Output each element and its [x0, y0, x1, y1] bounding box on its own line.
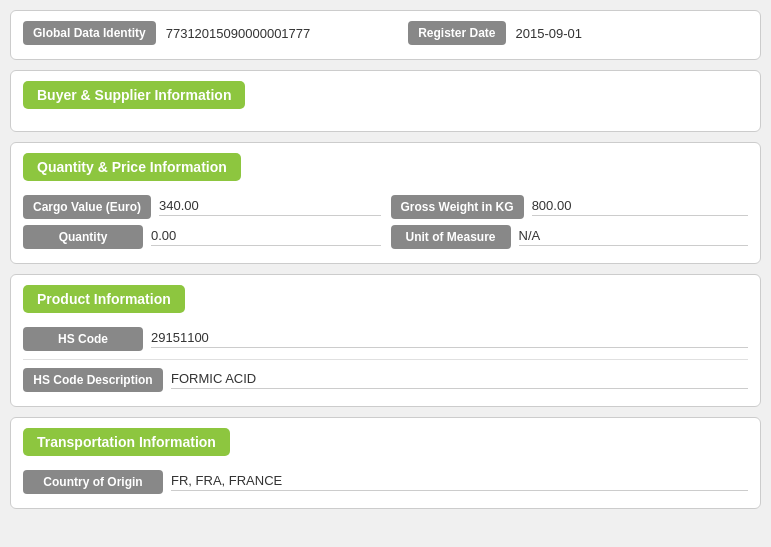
- identity-card: Global Data Identity 7731201509000000177…: [10, 10, 761, 60]
- register-date-label: Register Date: [408, 21, 505, 45]
- cargo-value-label: Cargo Value (Euro): [23, 195, 151, 219]
- product-header: Product Information: [23, 285, 185, 313]
- quantity-group: Quantity 0.00: [23, 225, 381, 249]
- hs-code-desc-label: HS Code Description: [23, 368, 163, 392]
- gross-weight-value: 800.00: [532, 198, 748, 216]
- buyer-supplier-card: Buyer & Supplier Information: [10, 70, 761, 132]
- country-of-origin-value: FR, FRA, FRANCE: [171, 473, 748, 491]
- cargo-value-value: 340.00: [159, 198, 380, 216]
- product-card: Product Information HS Code 29151100 HS …: [10, 274, 761, 407]
- buyer-supplier-header: Buyer & Supplier Information: [23, 81, 245, 109]
- quantity-price-card: Quantity & Price Information Cargo Value…: [10, 142, 761, 264]
- quantity-value: 0.00: [151, 228, 381, 246]
- hs-code-label: HS Code: [23, 327, 143, 351]
- hs-code-desc-value: FORMIC ACID: [171, 371, 748, 389]
- quantity-label: Quantity: [23, 225, 143, 249]
- cargo-gross-row: Cargo Value (Euro) 340.00 Gross Weight i…: [23, 195, 748, 219]
- unit-of-measure-value: N/A: [519, 228, 749, 246]
- cargo-value-group: Cargo Value (Euro) 340.00: [23, 195, 381, 219]
- global-data-label: Global Data Identity: [23, 21, 156, 45]
- register-date-value: 2015-09-01: [516, 26, 748, 41]
- quantity-uom-row: Quantity 0.00 Unit of Measure N/A: [23, 225, 748, 249]
- identity-row: Global Data Identity 7731201509000000177…: [23, 21, 748, 45]
- transportation-card: Transportation Information Country of Or…: [10, 417, 761, 509]
- country-of-origin-row: Country of Origin FR, FRA, FRANCE: [23, 470, 748, 494]
- hs-code-row: HS Code 29151100: [23, 327, 748, 351]
- gross-weight-group: Gross Weight in KG 800.00: [391, 195, 749, 219]
- unit-of-measure-group: Unit of Measure N/A: [391, 225, 749, 249]
- gross-weight-label: Gross Weight in KG: [391, 195, 524, 219]
- hs-code-desc-row: HS Code Description FORMIC ACID: [23, 368, 748, 392]
- product-divider: [23, 359, 748, 360]
- global-data-value: 77312015090000001777: [166, 26, 398, 41]
- quantity-price-header: Quantity & Price Information: [23, 153, 241, 181]
- transportation-header: Transportation Information: [23, 428, 230, 456]
- country-of-origin-label: Country of Origin: [23, 470, 163, 494]
- unit-of-measure-label: Unit of Measure: [391, 225, 511, 249]
- hs-code-value: 29151100: [151, 330, 748, 348]
